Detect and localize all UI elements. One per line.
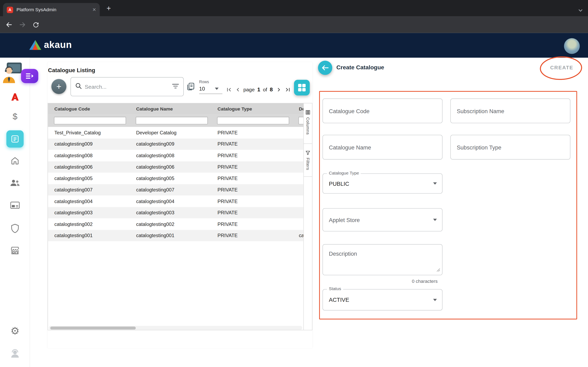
brand-wordmark: akaun <box>44 39 72 50</box>
sidebar-item-users[interactable] <box>0 179 30 187</box>
columns-tab[interactable]: Columns <box>304 103 312 144</box>
table-row[interactable]: catalogtesting009 catalogtesting009 PRIV… <box>48 138 303 150</box>
sidebar-item-cards[interactable] <box>0 201 30 209</box>
search-input[interactable] <box>85 84 169 90</box>
create-panel-title: Create Catalogue <box>337 64 384 71</box>
cell-code: catalogtesting002 <box>48 221 130 227</box>
forward-button[interactable] <box>19 21 26 29</box>
sidebar-profile-illustration[interactable] <box>1 62 23 85</box>
chevron-down-icon <box>433 299 437 301</box>
cell-name: catalogtesting005 <box>130 175 211 181</box>
tab-list-chevron-icon[interactable] <box>578 7 583 13</box>
pagination: page 1 of 8 <box>225 85 292 94</box>
cell-type: PRIVATE <box>211 153 293 158</box>
akaun-logo[interactable]: akaun <box>29 39 72 50</box>
cell-code: catalogtesting009 <box>48 141 130 147</box>
cell-code: catalogtesting006 <box>48 164 130 170</box>
sidebar-item-security[interactable] <box>0 224 30 234</box>
header-catalogue-type[interactable]: Catalogue Type <box>211 106 293 111</box>
applet-store-select[interactable]: Applet Store <box>323 208 443 231</box>
filter-catalogue-type-input[interactable] <box>217 117 289 124</box>
storefront-icon <box>10 246 20 255</box>
cell-name: catalogtesting002 <box>130 221 211 227</box>
sidebar-item-catalogue-active[interactable] <box>6 130 24 147</box>
resize-handle-icon[interactable] <box>437 267 440 273</box>
tab-close-button[interactable]: × <box>93 7 96 13</box>
cell-type: PRIVATE <box>211 221 293 227</box>
user-avatar[interactable] <box>564 38 580 54</box>
filter-description-input[interactable] <box>298 117 303 124</box>
filter-list-icon[interactable] <box>172 83 179 90</box>
new-tab-button[interactable]: + <box>107 4 111 12</box>
status-select[interactable]: Status ACTIVE <box>323 289 443 310</box>
sidebar-item-settings[interactable]: ⚙ <box>0 325 30 337</box>
table-header-row: Catalogue Code Catalogue Name Catalogue … <box>48 103 303 114</box>
table-row[interactable]: catalogtesting002 catalogtesting002 PRIV… <box>48 218 303 230</box>
filters-tab[interactable]: Filters <box>304 144 312 177</box>
header-catalogue-code[interactable]: Catalogue Code <box>48 106 130 111</box>
first-page-button[interactable] <box>225 85 233 94</box>
rows-select[interactable]: 10 <box>199 86 222 94</box>
sidebar-item-billing[interactable]: $ <box>0 111 30 122</box>
catalogue-type-select[interactable]: Catalogue Type PUBLIC <box>323 173 443 193</box>
cell-name: catalogtesting003 <box>130 210 211 216</box>
horizontal-scrollbar[interactable] <box>49 326 302 330</box>
subscription-type-field[interactable]: Subscription Type <box>450 135 571 159</box>
description-label: Description <box>329 250 357 257</box>
subscription-name-field[interactable]: Subscription Name <box>450 99 571 123</box>
add-catalogue-button[interactable]: + <box>52 79 66 94</box>
next-page-button[interactable] <box>275 85 283 94</box>
table-row[interactable]: catalogtesting004 catalogtesting004 PRIV… <box>48 196 303 207</box>
cell-code: catalogtesting007 <box>48 187 130 193</box>
catalogue-name-field[interactable]: Catalogue Name <box>323 135 443 159</box>
cell-type: PRIVATE <box>211 210 293 216</box>
table-row[interactable]: catalogtesting001 catalogtesting001 PRIV… <box>48 230 303 241</box>
description-textarea[interactable]: Description <box>323 244 443 275</box>
header-catalogue-name[interactable]: Catalogue Name <box>130 106 211 111</box>
listing-title: Catalogue Listing <box>48 67 95 73</box>
sidebar-expand-button[interactable] <box>21 69 38 83</box>
red-app-icon <box>10 92 20 102</box>
header-description[interactable]: De <box>293 106 303 111</box>
table-side-tabs: Columns Filters <box>303 103 312 330</box>
back-to-listing-button[interactable] <box>318 61 332 75</box>
browser-tab[interactable]: A Platform SysAdmin × <box>3 3 100 17</box>
last-page-button[interactable] <box>284 85 292 94</box>
catalogue-code-field[interactable]: Catalogue Code <box>323 99 443 123</box>
columns-icon <box>306 110 310 115</box>
table-row[interactable]: catalogtesting003 catalogtesting003 PRIV… <box>48 207 303 218</box>
table-row[interactable]: catalogtesting007 catalogtesting007 PRIV… <box>48 184 303 196</box>
back-button[interactable] <box>5 21 13 29</box>
app-sidebar: $ <box>0 58 30 367</box>
applet-grid-button[interactable] <box>294 80 310 95</box>
create-button[interactable]: CREATE <box>548 65 575 71</box>
cell-code: catalogtesting004 <box>48 198 130 204</box>
character-count: 0 characters <box>323 279 438 284</box>
filter-catalogue-name-input[interactable] <box>136 117 208 124</box>
search-field[interactable] <box>70 77 184 96</box>
sidebar-item-acrobat[interactable] <box>0 92 30 102</box>
sidebar-item-store[interactable] <box>0 246 30 255</box>
screen: A Platform SysAdmin × + akaun.cloud/#/ap… <box>0 0 588 367</box>
table-row[interactable]: catalogtesting005 catalogtesting005 PRIV… <box>48 173 303 184</box>
cell-type: PRIVATE <box>211 141 293 147</box>
copy-pages-icon[interactable] <box>186 82 195 92</box>
cell-name: catalogtesting009 <box>130 141 211 147</box>
subscription-type-label: Subscription Type <box>457 144 502 150</box>
rows-per-page[interactable]: Rows 10 <box>199 79 222 94</box>
table-row[interactable]: catalogtesting006 catalogtesting006 PRIV… <box>48 161 303 173</box>
scrollbar-thumb[interactable] <box>50 326 136 329</box>
cell-name: catalogtesting001 <box>130 233 211 238</box>
prev-page-button[interactable] <box>233 85 242 94</box>
sidebar-item-support[interactable] <box>0 348 30 358</box>
sidebar-item-home[interactable] <box>0 156 30 165</box>
cell-type: PRIVATE <box>211 233 293 238</box>
status-label: Status <box>327 286 343 291</box>
filter-catalogue-code-input[interactable] <box>54 117 126 124</box>
reload-button[interactable] <box>32 21 39 29</box>
cell-name: catalogtesting006 <box>130 164 211 170</box>
table-row[interactable]: Test_Private_Catalog Developer Catalog P… <box>48 127 303 138</box>
table-row[interactable]: catalogtesting008 catalogtesting008 PRIV… <box>48 150 303 161</box>
tab-favicon-icon: A <box>7 7 13 13</box>
cell-name: Developer Catalog <box>130 130 211 136</box>
